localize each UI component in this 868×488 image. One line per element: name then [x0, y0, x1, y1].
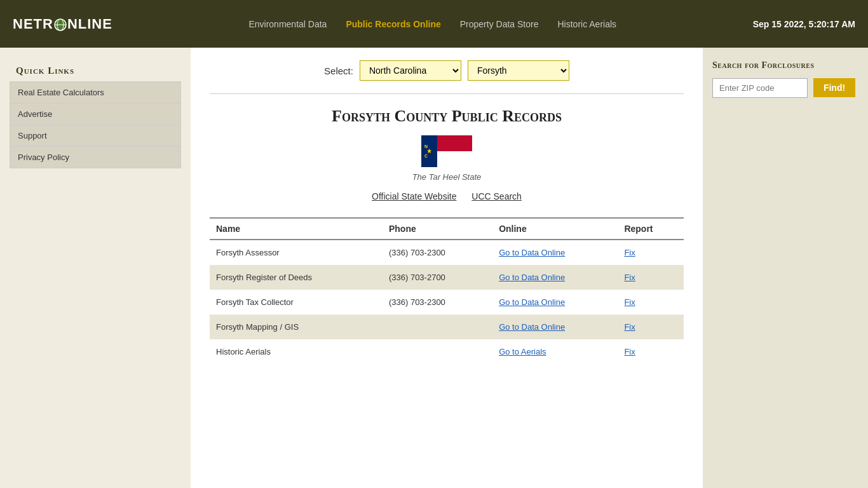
flag-area: N C The Tar Heel State — [210, 135, 684, 182]
select-label: Select: — [324, 65, 353, 76]
table-row: Forsyth Mapping / GISGo to Data OnlineFi… — [210, 315, 684, 339]
record-name: Forsyth Tax Collector — [210, 290, 383, 315]
record-report[interactable]: Fix — [618, 339, 684, 364]
online-link[interactable]: Go to Data Online — [499, 248, 565, 257]
main-layout: Quick Links Real Estate Calculators Adve… — [0, 48, 868, 488]
flag-caption: The Tar Heel State — [210, 172, 684, 182]
header: NETRNLINE Environmental Data Public Reco… — [0, 0, 868, 48]
report-link[interactable]: Fix — [624, 273, 635, 282]
col-report: Report — [618, 218, 684, 240]
col-phone: Phone — [383, 218, 492, 240]
table-header-row: Name Phone Online Report — [210, 218, 684, 240]
table-row: Forsyth Tax Collector(336) 703-2300Go to… — [210, 290, 684, 315]
foreclosure-search: Find! — [712, 78, 858, 98]
logo: NETRNLINE — [13, 16, 112, 32]
svg-text:C: C — [424, 154, 428, 158]
state-select[interactable]: North Carolina Alabama Alaska Arizona Ar… — [360, 60, 461, 81]
record-phone — [383, 315, 492, 339]
record-report[interactable]: Fix — [618, 290, 684, 315]
table-row: Forsyth Register of Deeds(336) 703-2700G… — [210, 265, 684, 290]
online-link[interactable]: Go to Aerials — [499, 347, 546, 356]
foreclosure-title: Search for Forclosures — [712, 60, 858, 71]
sidebar-item-advertise[interactable]: Advertise — [10, 103, 181, 125]
record-online[interactable]: Go to Aerials — [492, 339, 618, 364]
records-table: Name Phone Online Report Forsyth Assesso… — [210, 217, 684, 364]
report-link[interactable]: Fix — [624, 248, 635, 257]
ucc-search-link[interactable]: UCC Search — [471, 191, 522, 201]
find-button[interactable]: Find! — [813, 78, 855, 97]
county-select[interactable]: Forsyth Alamance Alexander Alleghany Ans… — [468, 60, 569, 81]
col-name: Name — [210, 218, 383, 240]
svg-rect-5 — [437, 151, 472, 167]
record-online[interactable]: Go to Data Online — [492, 240, 618, 265]
record-name: Historic Aerials — [210, 339, 383, 364]
zip-input[interactable] — [712, 78, 808, 98]
col-online: Online — [492, 218, 618, 240]
record-phone: (336) 703-2300 — [383, 240, 492, 265]
nav-historic-aerials[interactable]: Historic Aerials — [558, 19, 617, 29]
county-title: Forsyth County Public Records — [210, 93, 684, 126]
sidebar-items: Real Estate Calculators Advertise Suppor… — [10, 81, 181, 168]
nav-property-data[interactable]: Property Data Store — [460, 19, 539, 29]
nav-environmental-data[interactable]: Environmental Data — [248, 19, 327, 29]
record-online[interactable]: Go to Data Online — [492, 290, 618, 315]
svg-rect-4 — [437, 135, 472, 151]
report-link[interactable]: Fix — [624, 322, 635, 332]
sidebar-item-support[interactable]: Support — [10, 125, 181, 146]
sidebar-item-privacy[interactable]: Privacy Policy — [10, 146, 181, 168]
selector-row: Select: North Carolina Alabama Alaska Ar… — [210, 60, 684, 81]
record-report[interactable]: Fix — [618, 240, 684, 265]
sidebar-item-real-estate[interactable]: Real Estate Calculators — [10, 81, 181, 103]
record-online[interactable]: Go to Data Online — [492, 315, 618, 339]
content: Select: North Carolina Alabama Alaska Ar… — [191, 48, 703, 488]
record-name: Forsyth Register of Deeds — [210, 265, 383, 290]
online-link[interactable]: Go to Data Online — [499, 297, 565, 307]
nav: Environmental Data Public Records Online… — [248, 19, 616, 29]
record-report[interactable]: Fix — [618, 315, 684, 339]
report-link[interactable]: Fix — [624, 297, 635, 307]
state-links: Official State Website UCC Search — [210, 191, 684, 201]
online-link[interactable]: Go to Data Online — [499, 273, 565, 282]
record-name: Forsyth Assessor — [210, 240, 383, 265]
official-state-link[interactable]: Official State Website — [372, 191, 456, 201]
sidebar: Quick Links Real Estate Calculators Adve… — [0, 48, 191, 488]
record-name: Forsyth Mapping / GIS — [210, 315, 383, 339]
quick-links-title: Quick Links — [10, 60, 181, 81]
nav-public-records[interactable]: Public Records Online — [346, 19, 440, 29]
record-phone: (336) 703-2300 — [383, 290, 492, 315]
svg-text:N: N — [424, 144, 428, 149]
record-phone — [383, 339, 492, 364]
record-report[interactable]: Fix — [618, 265, 684, 290]
record-online[interactable]: Go to Data Online — [492, 265, 618, 290]
table-row: Historic AerialsGo to AerialsFix — [210, 339, 684, 364]
table-row: Forsyth Assessor(336) 703-2300Go to Data… — [210, 240, 684, 265]
datetime: Sep 15 2022, 5:20:17 AM — [753, 19, 855, 29]
nc-flag: N C — [421, 135, 472, 167]
table-body: Forsyth Assessor(336) 703-2300Go to Data… — [210, 240, 684, 364]
online-link[interactable]: Go to Data Online — [499, 322, 565, 332]
report-link[interactable]: Fix — [624, 347, 635, 356]
record-phone: (336) 703-2700 — [383, 265, 492, 290]
right-panel: Search for Forclosures Find! — [703, 48, 868, 488]
